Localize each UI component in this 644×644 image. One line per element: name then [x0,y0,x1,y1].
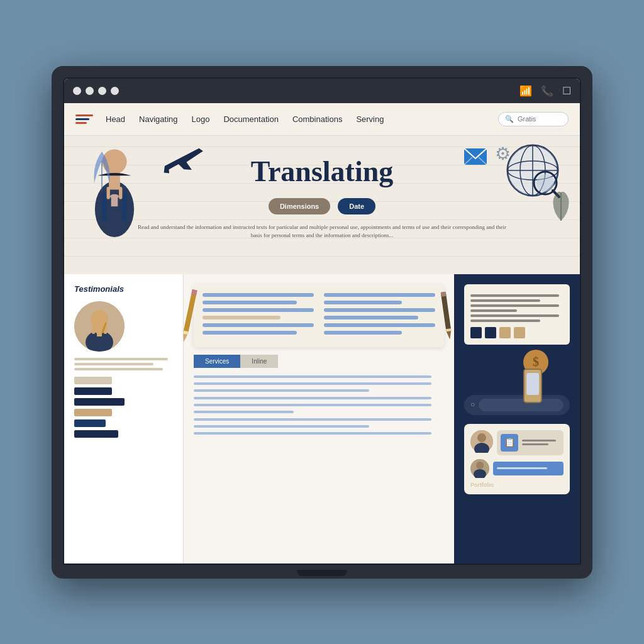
body-line [194,418,431,421]
search-icon: 🔍 [505,115,514,123]
portfolio-avatar-2 [470,459,489,478]
rs-block-dark [470,327,482,338]
swatch-blue [74,419,106,427]
rs-line [470,309,517,312]
svg-rect-34 [441,291,452,331]
hero-title: Translating [83,155,561,188]
swatch-gold-tan [74,409,112,416]
svg-rect-26 [102,333,108,345]
color-swatches [74,377,173,438]
nav-links: Head Navigating Logo Documentation Combi… [106,114,498,124]
svg-point-42 [476,462,484,469]
rs-line [470,304,559,307]
portfolio-card-line [522,440,556,441]
logo[interactable] [75,114,93,124]
body-line [194,425,369,428]
dimensions-button[interactable]: Dimensions [269,198,330,214]
hero-buttons: Dimensions Date [83,198,561,214]
rs-block-tan [499,327,511,338]
rs-doc-lines [470,294,564,322]
svg-rect-30 [183,289,197,333]
left-sidebar: Testimonials [64,274,184,564]
right-sidebar: $ ○ [454,274,580,564]
doc-line-tan [203,316,280,319]
date-button[interactable]: Date [338,198,375,214]
nav-link-documentation[interactable]: Documentation [223,114,278,124]
doc-line [324,293,435,297]
doc-line [203,293,314,297]
sidebar-person-avatar [74,301,125,352]
browser-chrome: 📶 📞 ☐ [64,79,580,103]
rs-search-icon: ○ [470,400,475,409]
body-line [194,397,431,399]
dot-1[interactable] [73,87,81,95]
portfolio-blue-card [493,462,564,475]
center-content: Services Inline [184,274,454,564]
rs-block-dark-2 [485,327,496,338]
portfolio-card-icon: 📋 [501,434,518,452]
body-line [194,411,294,413]
phone-mockup [523,369,542,403]
nav-link-navigating[interactable]: Navigating [139,114,177,124]
nav-search-box[interactable]: 🔍 [498,112,569,126]
laptop-notch [297,570,347,576]
rs-search-area: ○ [464,395,570,415]
swatch-tan [74,377,112,384]
portfolio-blue-line [497,467,547,469]
rs-line [470,319,540,322]
portfolio-card-line-2 [522,443,548,445]
body-line [194,389,369,392]
body-text-area [194,375,444,435]
doc-line [324,331,402,335]
browser-controls: 📶 📞 ☐ [519,85,571,97]
svg-rect-8 [119,187,122,199]
doc-line [203,323,314,327]
phone-icon: 📞 [541,85,553,97]
rs-block-tan-2 [514,327,525,338]
portfolio-grid: 📋 [470,430,564,455]
main-content: Testimonials [64,274,580,564]
swatch-navy [74,398,125,406]
doc-line [203,301,297,304]
doc-column-left [203,293,314,338]
nav-link-logo[interactable]: Logo [192,114,210,124]
svg-rect-36 [441,291,447,296]
portfolio-bottom-row [470,459,564,478]
content-tabs: Services Inline [194,355,444,368]
body-line [194,404,431,406]
document-columns [203,293,435,338]
svg-rect-32 [191,289,197,295]
doc-line [203,308,314,312]
search-input[interactable] [518,115,562,123]
swatch-dark-navy [74,387,112,395]
logo-line-2 [75,118,89,120]
tab-inline[interactable]: Inline [240,355,278,368]
rs-line [470,294,559,297]
navbar: Head Navigating Logo Documentation Combi… [64,103,580,136]
browser-dots [73,87,119,95]
laptop-base [63,565,581,579]
doc-line [203,331,297,335]
rs-search-bar[interactable]: ○ [464,395,570,415]
nav-link-serving[interactable]: Serving [356,114,384,124]
doc-line [324,323,435,327]
logo-line-1 [75,114,93,116]
tab-services[interactable]: Services [194,355,240,368]
rs-color-blocks [470,327,564,338]
dot-4[interactable] [111,87,119,95]
portfolio-avatar-1 [470,430,493,453]
rs-line [470,314,559,317]
nav-link-head[interactable]: Head [106,114,125,124]
testimonials-title: Testimonials [74,284,173,294]
dot-3[interactable] [98,87,106,95]
nav-link-combinations[interactable]: Combinations [292,114,343,124]
body-line [194,432,431,435]
document-area [194,284,444,347]
laptop-container: 📶 📞 ☐ Head Navigating Logo Documentation… [52,66,592,579]
portfolio-card: 📋 [497,430,564,455]
right-sidebar-doc-card [464,284,570,345]
dot-2[interactable] [86,87,94,95]
hero-section: Translating Dimensions Date Read and und… [64,136,580,274]
sidebar-text-lines [74,358,173,370]
rs-search-inner [479,399,564,411]
